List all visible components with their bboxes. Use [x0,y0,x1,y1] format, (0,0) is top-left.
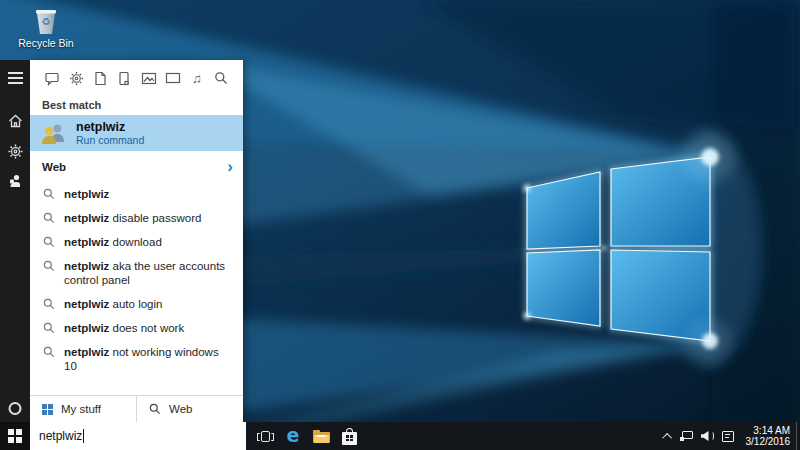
web-section-header[interactable]: Web [30,151,243,182]
suggestion-item[interactable]: netplwiz [30,182,243,206]
edge-icon [287,426,300,446]
desktop: ♻ Recycle Bin [0,0,800,450]
video-filter-icon[interactable] [164,69,182,87]
search-icon [43,346,55,358]
sidebar-feedback-button[interactable] [0,166,30,196]
clock-time: 3:14 AM [753,425,790,436]
my-stuff-label: My stuff [61,403,101,415]
search-results-panel: Best match netplwiz Run command Web netp… [30,60,243,422]
search-scope-footer: My stuff Web [30,395,243,422]
web-section-label: Web [42,161,66,173]
volume-icon [701,431,714,442]
person-feedback-icon [8,174,22,188]
hamburger-icon [8,69,23,87]
windows-store-button[interactable] [337,422,361,450]
web-suggestions-list: netplwiz netplwiz disable password netpl… [30,182,243,378]
start-button[interactable] [0,422,30,450]
settings-filter-icon[interactable] [67,69,85,87]
music-filter-icon[interactable] [188,69,206,87]
web-search-filter-icon[interactable] [212,69,230,87]
store-icon [342,428,357,445]
search-icon [43,298,55,310]
document-filter-icon[interactable] [91,69,109,87]
settings-gear-icon [8,144,23,159]
suggestion-item[interactable]: netplwiz does not work [30,316,243,340]
best-match-header: Best match [30,93,243,115]
best-match-title: netplwiz [76,120,144,134]
home-icon [8,114,23,128]
svg-text:♻: ♻ [42,16,51,27]
system-tray: 3:14 AM 3/12/2016 [661,422,800,450]
search-icon [43,260,55,272]
search-icon [43,212,55,224]
taskbar-app-buttons [253,422,361,450]
suggestion-item[interactable]: netplwiz auto login [30,292,243,316]
sidebar-home-button[interactable] [0,106,30,136]
search-input-value: netplwiz [39,429,82,443]
windows-start-icon [8,429,22,443]
network-icon [680,431,693,441]
search-icon [149,403,161,415]
action-center-button[interactable] [718,422,738,450]
action-center-icon [722,431,734,442]
cortana-circle-icon[interactable] [9,402,22,415]
volume-tray-button[interactable] [697,422,718,450]
network-tray-button[interactable] [676,422,697,450]
task-view-button[interactable] [253,422,277,450]
search-icon [43,236,55,248]
hamburger-menu-button[interactable] [0,63,30,93]
chevron-up-icon [662,432,672,442]
task-view-icon [258,431,273,442]
text-caret [83,429,84,443]
file-explorer-icon [313,430,330,443]
search-icon [43,322,55,334]
clock-date: 3/12/2016 [746,436,791,447]
best-match-subtitle: Run command [76,134,144,147]
chevron-right-icon [227,158,233,176]
suggestion-item[interactable]: netplwiz download [30,230,243,254]
taskbar: netplwiz [0,422,800,450]
best-match-result[interactable]: netplwiz Run command [30,115,243,151]
web-scope-button[interactable]: Web [136,396,243,422]
recycle-bin-label: Recycle Bin [14,37,78,49]
show-desktop-button[interactable] [796,422,800,450]
search-filter-row [30,60,243,93]
suggestion-item[interactable]: netplwiz aka the user accounts control p… [30,254,243,292]
search-icon [43,188,55,200]
search-sidebar [0,60,30,422]
windows-flag-icon [42,404,53,415]
edge-browser-button[interactable] [281,422,305,450]
suggestion-item[interactable]: netplwiz not working windows 10 [30,340,243,378]
tablet-filter-icon[interactable] [115,69,133,87]
recycle-bin[interactable]: ♻ Recycle Bin [14,6,78,49]
recycle-bin-icon: ♻ [32,6,60,36]
sidebar-settings-button[interactable] [0,136,30,166]
file-explorer-button[interactable] [309,422,333,450]
web-scope-label: Web [169,403,192,415]
my-stuff-button[interactable]: My stuff [30,396,136,422]
chat-filter-icon[interactable] [43,69,61,87]
taskbar-clock[interactable]: 3:14 AM 3/12/2016 [738,425,797,448]
suggestion-item[interactable]: netplwiz disable password [30,206,243,230]
taskbar-search-input[interactable]: netplwiz [30,422,246,450]
photos-filter-icon[interactable] [140,69,158,87]
user-accounts-icon [40,122,67,145]
hidden-icons-button[interactable] [661,422,676,450]
